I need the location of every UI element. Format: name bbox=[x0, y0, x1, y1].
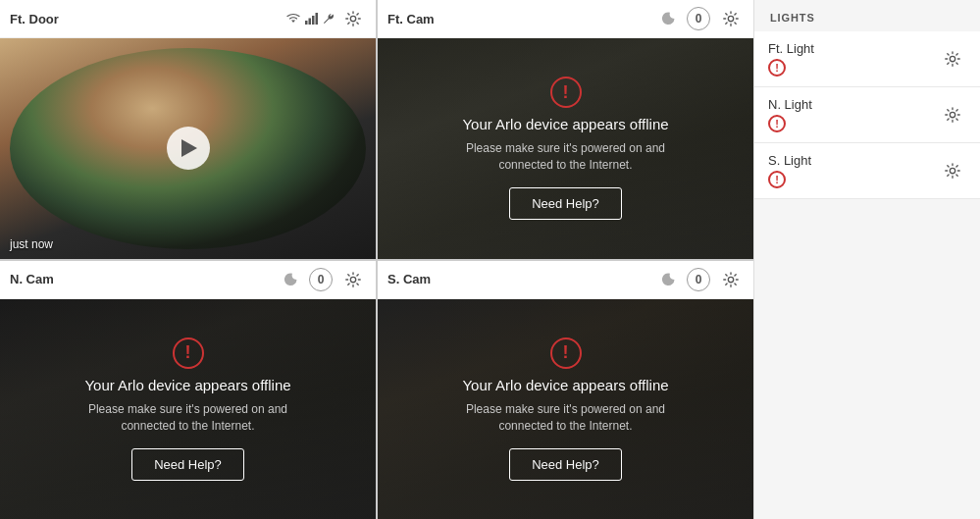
ft-cam-warning-icon: ! bbox=[550, 77, 582, 108]
n-cam-gear-button[interactable] bbox=[340, 267, 366, 292]
camera-title-ft-cam: Ft. Cam bbox=[387, 12, 661, 26]
s-cam-need-help-button[interactable]: Need Help? bbox=[509, 448, 622, 481]
camera-header-n-cam: N. Cam 0 bbox=[0, 261, 376, 299]
ft-light-name: Ft. Light bbox=[768, 41, 939, 56]
n-light-error-icon: ! bbox=[768, 115, 786, 132]
camera-header-ft-cam: Ft. Cam 0 bbox=[378, 0, 753, 38]
camera-grid: Ft. Door bbox=[0, 0, 753, 519]
ft-door-gear-button[interactable] bbox=[340, 6, 366, 31]
ft-door-feed[interactable]: just now bbox=[0, 38, 376, 259]
s-cam-moon-icon bbox=[661, 271, 679, 288]
svg-point-6 bbox=[350, 277, 355, 282]
s-cam-gear-button[interactable] bbox=[718, 267, 744, 292]
svg-rect-3 bbox=[316, 13, 319, 25]
moon-icon bbox=[661, 10, 679, 27]
svg-rect-2 bbox=[312, 16, 315, 25]
ft-light-gear-button[interactable] bbox=[939, 45, 966, 73]
svg-point-4 bbox=[350, 16, 355, 21]
light-item-ft-light[interactable]: Ft. Light ! bbox=[754, 31, 980, 87]
camera-header-s-cam: S. Cam 0 bbox=[378, 261, 753, 299]
camera-cell-s-cam: S. Cam 0 ! Your Arlo device appears offl… bbox=[378, 261, 753, 520]
camera-title-ft-door: Ft. Door bbox=[10, 12, 285, 26]
ft-door-timestamp: just now bbox=[10, 237, 53, 251]
ft-cam-icons: 0 bbox=[661, 6, 744, 31]
ft-cam-feed: ! Your Arlo device appears offline Pleas… bbox=[378, 38, 753, 259]
svg-point-7 bbox=[728, 277, 733, 282]
s-cam-offline-title: Your Arlo device appears offline bbox=[462, 377, 668, 393]
s-cam-icons: 0 bbox=[661, 267, 744, 292]
light-item-s-light[interactable]: S. Light ! bbox=[754, 143, 980, 199]
s-light-error-icon: ! bbox=[768, 171, 786, 188]
s-cam-offline-desc: Please make sure it's powered on and con… bbox=[448, 401, 684, 435]
n-cam-offline-desc: Please make sure it's powered on and con… bbox=[71, 401, 306, 435]
svg-point-9 bbox=[950, 112, 954, 117]
ft-cam-offline-content: ! Your Arlo device appears offline Pleas… bbox=[448, 77, 684, 220]
n-cam-warning-icon: ! bbox=[173, 337, 204, 369]
ft-light-info: Ft. Light ! bbox=[768, 41, 939, 77]
s-light-gear-button[interactable] bbox=[939, 157, 966, 184]
signal-icon bbox=[305, 13, 319, 25]
n-cam-moon-icon bbox=[284, 271, 301, 288]
svg-rect-0 bbox=[305, 21, 308, 25]
ft-cam-offline-title: Your Arlo device appears offline bbox=[462, 116, 668, 132]
light-item-n-light[interactable]: N. Light ! bbox=[754, 87, 980, 143]
camera-header-ft-door: Ft. Door bbox=[0, 0, 376, 38]
n-light-gear-button[interactable] bbox=[939, 101, 966, 129]
lights-sidebar-header: LIGHTS bbox=[754, 0, 980, 31]
ft-light-error-icon: ! bbox=[768, 59, 786, 77]
n-cam-badge: 0 bbox=[309, 268, 333, 291]
n-cam-icons: 0 bbox=[284, 267, 366, 292]
camera-title-s-cam: S. Cam bbox=[387, 272, 661, 286]
ft-cam-badge: 0 bbox=[687, 7, 710, 30]
n-cam-feed: ! Your Arlo device appears offline Pleas… bbox=[0, 299, 376, 520]
play-triangle-icon bbox=[181, 139, 197, 157]
s-light-info: S. Light ! bbox=[768, 153, 939, 188]
camera-cell-ft-cam: Ft. Cam 0 ! Your Arlo device appears off… bbox=[378, 0, 753, 259]
ft-cam-offline-desc: Please make sure it's powered on and con… bbox=[448, 140, 684, 174]
wifi-icon bbox=[285, 13, 301, 25]
n-cam-offline-content: ! Your Arlo device appears offline Pleas… bbox=[71, 337, 306, 481]
camera-title-n-cam: N. Cam bbox=[10, 272, 284, 286]
s-cam-warning-icon: ! bbox=[550, 337, 582, 369]
lights-sidebar: LIGHTS Ft. Light ! N. Light ! S. Light bbox=[753, 0, 980, 519]
camera-cell-ft-door: Ft. Door bbox=[0, 0, 376, 259]
svg-point-8 bbox=[950, 56, 954, 61]
s-cam-badge: 0 bbox=[687, 268, 710, 291]
camera-cell-n-cam: N. Cam 0 ! Your Arlo device appears offl… bbox=[0, 261, 376, 520]
svg-rect-1 bbox=[309, 19, 312, 26]
ft-cam-need-help-button[interactable]: Need Help? bbox=[509, 187, 622, 220]
svg-point-5 bbox=[728, 16, 733, 21]
ft-cam-gear-button[interactable] bbox=[718, 6, 744, 31]
n-light-info: N. Light ! bbox=[768, 97, 939, 132]
play-button[interactable] bbox=[167, 127, 210, 170]
s-cam-feed: ! Your Arlo device appears offline Pleas… bbox=[378, 299, 753, 520]
n-cam-need-help-button[interactable]: Need Help? bbox=[131, 448, 244, 481]
s-cam-offline-content: ! Your Arlo device appears offline Pleas… bbox=[448, 337, 684, 481]
svg-point-10 bbox=[950, 168, 954, 173]
n-cam-offline-title: Your Arlo device appears offline bbox=[84, 377, 290, 393]
ft-door-status-icons bbox=[285, 13, 335, 25]
s-light-name: S. Light bbox=[768, 153, 939, 168]
n-light-name: N. Light bbox=[768, 97, 939, 112]
wrench-icon bbox=[323, 13, 335, 25]
